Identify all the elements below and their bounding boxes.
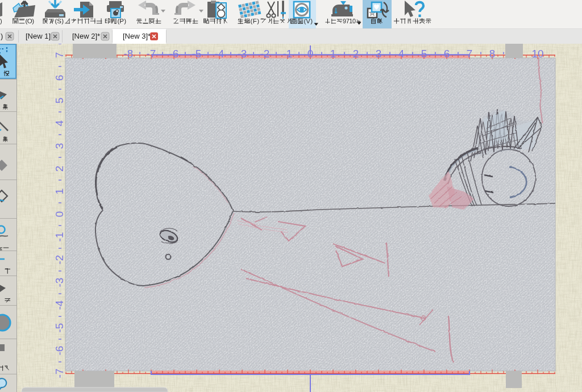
- svg-text:-4: -4: [53, 300, 65, 310]
- svg-text:(V): (V): [304, 17, 313, 24]
- svg-text:4: 4: [398, 48, 405, 60]
- svg-text:9710: 9710: [343, 18, 356, 24]
- svg-text:-6: -6: [53, 346, 65, 356]
- svg-text:(P): (P): [117, 17, 126, 24]
- svg-text:-6: -6: [169, 48, 179, 60]
- svg-text:7: 7: [467, 48, 473, 60]
- svg-text:3: 3: [53, 143, 65, 149]
- svg-text:0: 0: [307, 48, 314, 60]
- svg-text:-5: -5: [192, 48, 202, 60]
- svg-text:-5: -5: [53, 323, 65, 333]
- svg-text:[New 3]*: [New 3]*: [123, 32, 151, 40]
- svg-text:-3: -3: [53, 278, 65, 287]
- svg-text:[New 2]*: [New 2]*: [72, 32, 100, 40]
- svg-text:8: 8: [489, 48, 496, 60]
- svg-text:-8: -8: [124, 48, 134, 60]
- svg-text:3: 3: [376, 48, 382, 60]
- svg-text:-4: -4: [215, 48, 225, 60]
- svg-text:6: 6: [444, 48, 450, 60]
- svg-text:10: 10: [531, 48, 543, 60]
- svg-text:(F): (F): [250, 17, 259, 24]
- svg-text:1: 1: [330, 48, 336, 60]
- svg-text:2: 2: [353, 48, 359, 60]
- svg-text:-1: -1: [53, 232, 65, 242]
- svg-text:-1: -1: [283, 48, 293, 60]
- svg-text:2: 2: [53, 166, 65, 172]
- svg-text:-7: -7: [53, 369, 65, 378]
- svg-text:-7: -7: [147, 48, 156, 60]
- svg-text:4: 4: [53, 120, 65, 126]
- svg-text:7: 7: [53, 52, 65, 59]
- svg-text:6: 6: [53, 75, 65, 81]
- svg-text:5: 5: [53, 98, 65, 104]
- svg-text:-2: -2: [53, 255, 65, 265]
- svg-text:): ): [0, 18, 2, 24]
- svg-text:-2: -2: [260, 48, 270, 60]
- svg-text:0: 0: [53, 211, 65, 218]
- svg-text:(S): (S): [55, 17, 64, 24]
- svg-text:1: 1: [53, 189, 65, 195]
- svg-text:-3: -3: [238, 48, 247, 60]
- svg-text:5: 5: [421, 48, 427, 60]
- svg-text:): ): [1, 32, 3, 40]
- svg-text:(O): (O): [25, 17, 34, 24]
- svg-text:[New 1]: [New 1]: [26, 32, 51, 40]
